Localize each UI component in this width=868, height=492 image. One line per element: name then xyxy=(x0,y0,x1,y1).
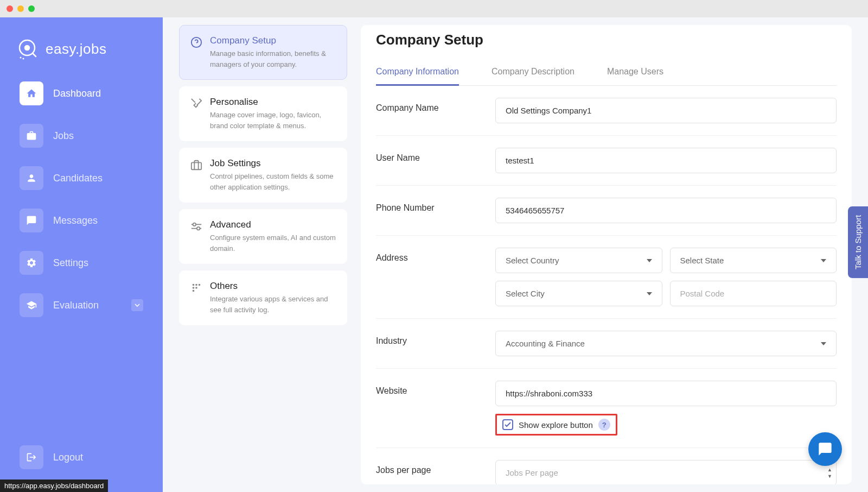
card-desc: Configure system emails, AI and custom d… xyxy=(210,232,336,254)
caret-down-icon xyxy=(821,342,826,345)
nav-label: Jobs xyxy=(53,130,74,142)
sliders-icon xyxy=(190,220,202,232)
status-bar: https://app.easy.jobs/dashboard xyxy=(0,480,108,492)
form-label: Address xyxy=(376,248,495,263)
city-select[interactable]: Select City xyxy=(495,281,662,306)
nav-jobs[interactable]: Jobs xyxy=(11,117,152,154)
person-icon xyxy=(20,166,43,190)
settings-card-others[interactable]: Others Integrate various apps & services… xyxy=(179,270,347,325)
briefcase-icon xyxy=(20,124,43,148)
settings-card-advanced[interactable]: Advanced Configure system emails, AI and… xyxy=(179,209,347,264)
form-label: Website xyxy=(376,381,495,396)
select-value: Accounting & Finance xyxy=(506,339,585,348)
main-area: Company Setup Manage basic information, … xyxy=(163,17,868,492)
svg-point-14 xyxy=(193,284,195,286)
chat-fab[interactable] xyxy=(808,432,842,466)
grid-icon xyxy=(190,282,202,294)
svg-point-16 xyxy=(199,284,201,286)
company-name-input[interactable] xyxy=(495,98,837,123)
brush-icon xyxy=(190,98,202,110)
website-input[interactable] xyxy=(495,381,837,406)
help-circle-icon xyxy=(190,36,202,48)
form-row-jobs-per-page: Jobs per page ▲▼ xyxy=(376,448,837,484)
app-container: easy.jobs Dashboard Jobs Candidates xyxy=(0,17,868,492)
chevron-down-icon xyxy=(131,299,143,311)
form-label: Jobs per page xyxy=(376,460,495,475)
select-value: Select State xyxy=(680,256,724,265)
show-explore-checkbox[interactable] xyxy=(502,419,513,430)
industry-select[interactable]: Accounting & Finance xyxy=(495,331,837,356)
form-row-company-name: Company Name xyxy=(376,86,837,136)
svg-line-2 xyxy=(33,53,36,56)
form-row-phone: Phone Number xyxy=(376,186,837,236)
tab-manage-users[interactable]: Manage Users xyxy=(607,59,663,86)
window-close[interactable] xyxy=(7,5,13,12)
nav-candidates[interactable]: Candidates xyxy=(11,160,152,197)
browser-chrome xyxy=(0,0,868,17)
window-maximize[interactable] xyxy=(28,5,35,12)
form-row-website: Website Show explore button ? xyxy=(376,369,837,448)
card-title: Company Setup xyxy=(210,35,336,46)
svg-point-19 xyxy=(193,290,195,292)
card-title: Personalise xyxy=(210,97,336,108)
caret-down-icon xyxy=(647,292,652,295)
sidebar: easy.jobs Dashboard Jobs Candidates xyxy=(0,17,163,492)
highlight-annotation: Show explore button ? xyxy=(495,414,617,436)
card-title: Job Settings xyxy=(210,158,336,169)
window-minimize[interactable] xyxy=(17,5,24,12)
nav-settings[interactable]: Settings xyxy=(11,244,152,281)
settings-card-company-setup[interactable]: Company Setup Manage basic information, … xyxy=(179,25,347,80)
talk-to-support-tab[interactable]: Talk to Support xyxy=(848,206,868,278)
svg-point-8 xyxy=(193,223,196,226)
nav-label: Logout xyxy=(53,452,83,463)
gear-icon xyxy=(20,251,43,275)
nav-dashboard[interactable]: Dashboard xyxy=(11,75,152,112)
card-title: Advanced xyxy=(210,219,336,230)
content-panel: Company Setup Company Information Compan… xyxy=(361,25,852,484)
caret-down-icon xyxy=(821,259,826,262)
svg-point-3 xyxy=(20,57,22,59)
nav-label: Dashboard xyxy=(53,88,101,99)
nav-label: Evaluation xyxy=(53,300,99,311)
number-stepper[interactable]: ▲▼ xyxy=(827,467,832,479)
form-label: User Name xyxy=(376,148,495,163)
select-value: Select City xyxy=(506,289,545,298)
settings-card-job-settings[interactable]: Job Settings Control pipelines, custom f… xyxy=(179,148,347,203)
chat-icon xyxy=(20,209,43,232)
nav-logout[interactable]: Logout xyxy=(11,439,152,476)
tab-bar: Company Information Company Description … xyxy=(376,59,837,86)
svg-point-4 xyxy=(23,58,24,60)
logout-icon xyxy=(20,445,43,469)
tab-company-information[interactable]: Company Information xyxy=(376,59,459,86)
form-label: Industry xyxy=(376,331,495,346)
nav-label: Settings xyxy=(53,257,88,269)
phone-input[interactable] xyxy=(495,198,837,223)
card-desc: Integrate various apps & services and se… xyxy=(210,294,336,315)
tab-company-description[interactable]: Company Description xyxy=(492,59,575,86)
svg-point-1 xyxy=(25,46,29,50)
nav-messages[interactable]: Messages xyxy=(11,202,152,239)
svg-point-18 xyxy=(195,287,197,289)
country-select[interactable]: Select Country xyxy=(495,248,662,273)
logo[interactable]: easy.jobs xyxy=(11,28,152,75)
form-row-user-name: User Name xyxy=(376,136,837,186)
settings-card-personalise[interactable]: Personalise Manage cover image, logo, fa… xyxy=(179,86,347,141)
user-name-input[interactable] xyxy=(495,148,837,173)
logo-text: easy.jobs xyxy=(46,41,106,58)
card-desc: Manage cover image, logo, favicon, brand… xyxy=(210,110,336,131)
nav-evaluation[interactable]: Evaluation xyxy=(11,287,152,324)
postal-code-input[interactable] xyxy=(670,281,837,306)
jobs-per-page-input[interactable] xyxy=(495,460,837,484)
state-select[interactable]: Select State xyxy=(670,248,837,273)
page-title: Company Setup xyxy=(376,31,837,48)
card-desc: Manage basic information, benefits & man… xyxy=(210,48,336,70)
svg-point-15 xyxy=(195,284,197,286)
checkbox-label: Show explore button xyxy=(519,420,593,430)
card-desc: Control pipelines, custom fields & some … xyxy=(210,171,336,192)
card-title: Others xyxy=(210,281,336,292)
form-row-address: Address Select Country Select State Sele… xyxy=(376,236,837,319)
help-icon[interactable]: ? xyxy=(598,419,610,431)
form-label: Phone Number xyxy=(376,198,495,213)
svg-point-17 xyxy=(193,287,195,289)
graduation-icon xyxy=(20,293,43,317)
